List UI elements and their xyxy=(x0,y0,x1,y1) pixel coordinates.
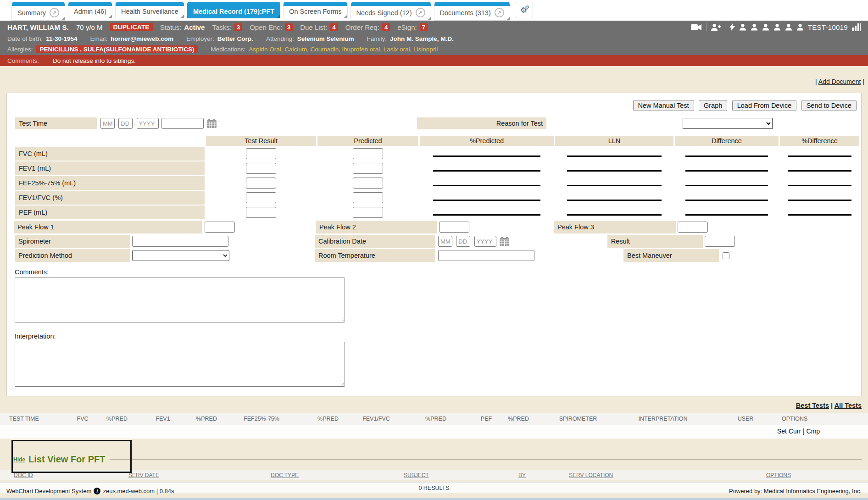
calibration-day-input[interactable] xyxy=(456,236,470,247)
fvc-percent-predicted-blank xyxy=(433,151,540,157)
fev1fvc-percent-difference-blank xyxy=(788,195,851,201)
care-team-icon[interactable] xyxy=(785,23,792,31)
fef-predicted-input[interactable] xyxy=(353,178,383,189)
tab-on-screen-forms[interactable]: On Screen Forms xyxy=(283,2,347,18)
graph-button[interactable]: Graph xyxy=(699,100,727,111)
new-manual-test-button[interactable]: New Manual Test xyxy=(633,100,694,111)
test-time-clock-input[interactable] xyxy=(161,118,204,129)
test-time-year-input[interactable] xyxy=(137,118,159,129)
best-maneuver-checkbox[interactable] xyxy=(723,252,729,259)
best-tests-link[interactable]: Best Tests xyxy=(796,402,829,409)
col-serv-date[interactable]: SERV DATE xyxy=(128,472,271,478)
info-icon[interactable]: i xyxy=(94,488,100,494)
care-team-icon[interactable] xyxy=(739,23,746,31)
fev1fvc-predicted-input[interactable] xyxy=(353,192,383,203)
order-req-badge[interactable]: 4 xyxy=(382,23,390,31)
fvc-predicted-input[interactable] xyxy=(353,148,383,159)
prediction-method-select[interactable] xyxy=(132,250,229,261)
pef-test-result-input[interactable] xyxy=(246,207,276,218)
dob-value: 11-30-1954 xyxy=(46,35,77,42)
col-doc-options[interactable]: OPTIONS xyxy=(766,472,868,478)
col-pred-4: %PRED xyxy=(395,416,477,422)
fev1-predicted-input[interactable] xyxy=(353,163,383,174)
peak-flow-1-input[interactable] xyxy=(205,222,235,233)
medications-value[interactable]: Aspirin Oral, Calcium, Coumadin, ibuprof… xyxy=(249,46,438,53)
employer-value: Better Corp. xyxy=(217,35,253,42)
hide-link[interactable]: Hide xyxy=(13,456,25,463)
patient-age-sex: 70 y/o M xyxy=(76,23,103,31)
tab-health-surveillance[interactable]: Health Surveillance xyxy=(115,2,184,18)
fef-percent-difference-blank xyxy=(788,180,851,186)
allergies-value[interactable]: PENICILLINS , SULFA(SULFONAMIDE ANTIBIOT… xyxy=(36,45,198,53)
col-doc-id[interactable]: DOC ID xyxy=(14,472,128,478)
all-tests-link[interactable]: All Tests xyxy=(835,402,862,409)
calendar-icon[interactable] xyxy=(499,237,510,246)
fef-test-result-input[interactable] xyxy=(246,178,276,189)
test-time-day-input[interactable] xyxy=(118,118,133,129)
room-temperature-input[interactable] xyxy=(438,250,534,261)
tab-documents[interactable]: Documents (313)↗ xyxy=(434,2,510,21)
fev1fvc-test-result-input[interactable] xyxy=(246,192,276,203)
popout-icon[interactable]: ↗ xyxy=(416,8,425,17)
flowsheet-icon[interactable] xyxy=(852,23,861,31)
tab-needs-signed[interactable]: Needs Signed (12)↗ xyxy=(351,2,431,21)
duplicate-flag[interactable]: DUPLICATE xyxy=(110,23,153,31)
pft-comments-label: Comments: xyxy=(15,268,861,276)
peak-flow-2-input[interactable] xyxy=(439,222,469,233)
col-serv-location[interactable]: SERV LOCATION xyxy=(569,472,766,478)
fvc-test-result-input[interactable] xyxy=(246,148,276,159)
due-list-badge[interactable]: 4 xyxy=(330,23,338,31)
peak-flow-3-input[interactable] xyxy=(678,222,708,233)
col-by[interactable]: BY xyxy=(518,472,569,478)
care-team-icon[interactable] xyxy=(796,23,804,31)
tasks-badge[interactable]: 3 xyxy=(234,23,242,31)
calendar-icon[interactable] xyxy=(206,119,217,128)
reason-for-test-label: Reason for Test xyxy=(417,117,546,129)
col-pred-3: %PRED xyxy=(298,416,358,422)
fev1-lln-blank xyxy=(567,166,662,172)
tab-summary[interactable]: Summary↗ xyxy=(11,2,65,21)
fev1-test-result-input[interactable] xyxy=(246,163,276,174)
settings-button[interactable]: ⚙ ⚙ xyxy=(515,2,533,18)
allergies-label: Allergies: xyxy=(7,46,33,53)
esign-label: eSign: xyxy=(397,23,417,31)
col-difference: Difference xyxy=(675,136,779,146)
add-person-icon[interactable] xyxy=(711,23,721,31)
pef-predicted-input[interactable] xyxy=(353,207,383,218)
email-value[interactable]: horner@mieweb.com xyxy=(111,35,173,42)
spirometer-label: Spirometer xyxy=(15,235,130,248)
pft-comments-textarea[interactable] xyxy=(15,278,345,322)
video-call-icon[interactable] xyxy=(691,23,702,31)
care-team-icon[interactable] xyxy=(751,23,758,31)
care-team-icon[interactable] xyxy=(762,23,769,31)
col-doc-type[interactable]: DOC TYPE xyxy=(271,472,404,478)
result-input[interactable] xyxy=(705,236,735,247)
tab-medical-record[interactable]: Medical Record (179):PFT xyxy=(187,2,280,18)
care-team-icon[interactable] xyxy=(773,23,781,31)
send-to-device-button[interactable]: Send to Device xyxy=(801,100,857,111)
test-time-month-input[interactable] xyxy=(100,118,115,129)
tab-accent xyxy=(116,2,184,6)
fev1-percent-difference-blank xyxy=(788,166,851,172)
esign-badge[interactable]: 7 xyxy=(420,23,428,31)
chart-id: TEST-10019 xyxy=(808,23,848,31)
tab-admin[interactable]: Admin (46) xyxy=(68,2,112,18)
pft-interpretation-textarea[interactable] xyxy=(15,342,345,387)
calibration-year-input[interactable] xyxy=(474,236,496,247)
popout-icon[interactable]: ↗ xyxy=(495,8,504,17)
col-predicted: Predicted xyxy=(317,136,418,146)
reason-for-test-select[interactable] xyxy=(683,118,773,129)
col-interpretation: INTERPRETATION xyxy=(615,416,711,422)
open-enc-badge[interactable]: 3 xyxy=(285,23,293,31)
calibration-month-input[interactable] xyxy=(438,236,452,247)
popout-icon[interactable]: ↗ xyxy=(50,8,59,17)
load-from-device-button[interactable]: Load From Device xyxy=(732,100,796,111)
col-subject[interactable]: SUBJECT xyxy=(404,472,518,478)
add-document-link[interactable]: Add Document xyxy=(818,78,861,85)
set-curr-cmp-links[interactable]: Set Curr | Cmp xyxy=(777,428,820,435)
grid-row-pef: PEF (mL) xyxy=(15,206,861,219)
list-view-section: Hide List View For PFT DOC ID SERV DATE … xyxy=(0,441,868,493)
divider xyxy=(706,23,707,31)
spirometer-input[interactable] xyxy=(132,236,228,247)
quick-action-icon[interactable] xyxy=(729,23,735,31)
